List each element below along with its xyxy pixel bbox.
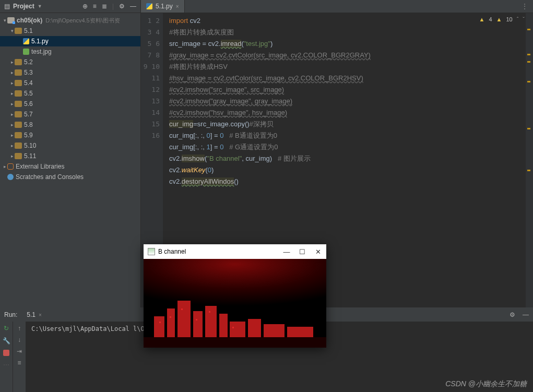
rerun-icon[interactable]: ↻ <box>3 325 10 332</box>
hide-icon[interactable]: — <box>130 3 136 10</box>
tree-scratches[interactable]: Scratches and Consoles <box>0 172 140 182</box>
code-func: waitKey <box>182 166 206 174</box>
tree-folder[interactable]: ▸5.7 <box>0 109 140 120</box>
tree-folder[interactable]: ▸5.8 <box>0 120 140 130</box>
root-path: D:\mjl\Opencv4.5资料\图书资 <box>45 17 120 25</box>
code-func: imread <box>221 40 242 47</box>
marker-bar[interactable] <box>526 13 533 307</box>
hide-icon[interactable]: — <box>523 311 529 318</box>
softwrap-icon[interactable]: ⇥ <box>16 348 23 355</box>
warning-a-icon: ▲ <box>479 16 485 22</box>
tree-root[interactable]: ▾ ch05(ok) D:\mjl\Opencv4.5资料\图书资 <box>0 15 140 26</box>
tree-folder[interactable]: ▸5.6 <box>0 99 140 109</box>
chevron-right-icon[interactable]: ▸ <box>9 133 15 138</box>
folder-icon <box>15 59 22 65</box>
chevron-right-icon[interactable]: ▸ <box>9 143 15 148</box>
window-title: B channel <box>158 248 275 255</box>
expand-icon[interactable]: ≣ <box>102 3 107 10</box>
code-str: "B channel" <box>207 155 242 162</box>
chevron-down-icon[interactable]: ▾ <box>2 18 7 23</box>
chevron-right-icon[interactable]: ▸ <box>9 122 15 127</box>
collapse-icon[interactable]: ≡ <box>93 3 97 10</box>
run-script[interactable]: 5.1 <box>27 311 35 318</box>
chevron-right-icon[interactable]: ▸ <box>9 101 15 106</box>
close-tab-icon[interactable]: × <box>176 4 179 9</box>
svg-rect-2 <box>154 316 164 340</box>
target-icon[interactable]: ⊕ <box>82 3 88 10</box>
chevron-up-icon[interactable]: ˆ <box>517 16 519 22</box>
ext-lib-label: External Libraries <box>16 163 64 170</box>
tree-folder[interactable]: ▸5.10 <box>0 140 140 151</box>
tree-folder[interactable]: ▸5.2 <box>0 57 140 67</box>
folder-label: 5.7 <box>24 111 33 118</box>
inspection-bar[interactable]: ▲4 ▲10 ˆ ˇ <box>479 16 525 22</box>
chevron-right-icon[interactable]: ▸ <box>9 70 15 75</box>
scratches-icon <box>7 174 14 180</box>
tree-folder[interactable]: ▸5.5 <box>0 88 140 99</box>
file-label: test.jpg <box>31 48 52 55</box>
opencv-window-titlebar[interactable]: B channel — ☐ ✕ <box>144 244 326 259</box>
folder-label: 5.6 <box>24 100 33 108</box>
chevron-right-icon[interactable]: ▸ <box>9 91 15 96</box>
code-comment: #cv2.imshow("gray_image", gray_image) <box>169 97 292 105</box>
svg-rect-5 <box>193 311 203 340</box>
tree-folder[interactable]: ▸5.11 <box>0 151 140 161</box>
tree-folder[interactable]: ▸5.9 <box>0 130 140 140</box>
code-func: destoryAllWindos <box>182 177 234 185</box>
tree-folder[interactable]: ▸5.3 <box>0 67 140 78</box>
tab-5-1-py[interactable]: 5.1.py × <box>141 0 185 13</box>
scroll-icon[interactable]: ≡ <box>16 359 23 366</box>
code-comment: #cv2.imshow("hsv_image", hsv_image) <box>169 109 287 116</box>
svg-rect-18 <box>144 337 326 348</box>
chevron-right-icon[interactable]: ▸ <box>9 112 15 117</box>
chevron-right-icon[interactable]: ▸ <box>9 80 15 86</box>
svg-rect-4 <box>177 301 191 340</box>
code-text: ] = <box>210 143 220 151</box>
svg-rect-14 <box>181 308 183 310</box>
chevron-right-icon[interactable]: ▸ <box>9 60 15 65</box>
tree-file-test-jpg[interactable]: test.jpg <box>0 46 140 57</box>
kebab-menu-icon[interactable]: ⋮ <box>516 3 533 10</box>
svg-rect-7 <box>219 314 228 340</box>
chevron-down-icon[interactable]: ▾ <box>9 28 15 33</box>
minimize-icon[interactable]: — <box>282 248 291 256</box>
close-icon[interactable]: ✕ <box>314 248 322 256</box>
code-text: ) <box>211 166 214 174</box>
svg-rect-15 <box>196 319 197 320</box>
chevron-right-icon[interactable]: ▸ <box>2 164 7 169</box>
gear-icon[interactable]: ⚙ <box>510 311 515 318</box>
gear-icon[interactable]: ⚙ <box>119 3 125 10</box>
folder-icon <box>15 101 22 107</box>
code-comment: #深拷贝 <box>250 120 274 128</box>
project-tree: ▾ ch05(ok) D:\mjl\Opencv4.5资料\图书资 ▾ 5.1 … <box>0 13 140 184</box>
svg-rect-9 <box>248 319 261 340</box>
svg-rect-6 <box>205 306 217 340</box>
opencv-window[interactable]: B channel — ☐ ✕ <box>144 244 326 348</box>
code-comment: # 图片展示 <box>278 155 311 162</box>
tree-folder[interactable]: ▸5.4 <box>0 78 140 88</box>
code-text: =src_image.copy() <box>193 120 249 128</box>
code-text: cv2. <box>169 166 182 174</box>
tree-file-5-1-py[interactable]: 5.1.py <box>0 36 140 46</box>
code-str: "test.jpg" <box>244 40 270 47</box>
tree-folder-5-1[interactable]: ▾ 5.1 <box>0 26 140 36</box>
wrench-icon[interactable]: 🔧 <box>3 337 10 345</box>
down-icon[interactable]: ↓ <box>16 336 23 343</box>
tree-external-libraries[interactable]: ▸ External Libraries <box>0 161 140 172</box>
image-file-icon <box>23 49 29 55</box>
dropdown-icon[interactable]: ▼ <box>38 4 42 9</box>
python-file-icon <box>146 3 152 9</box>
code-text: cur_img <box>169 120 193 128</box>
svg-rect-12 <box>159 322 161 323</box>
chevron-down-icon[interactable]: ˇ <box>523 16 525 22</box>
folder-label: 5.9 <box>24 132 33 139</box>
folder-label: 5.10 <box>24 142 36 149</box>
code-comment: #将图片转换成灰度图 <box>169 28 234 36</box>
up-icon[interactable]: ↑ <box>16 325 23 332</box>
folder-icon <box>15 90 22 97</box>
maximize-icon[interactable]: ☐ <box>298 248 306 256</box>
stop-icon[interactable] <box>3 350 9 356</box>
close-run-tab-icon[interactable]: × <box>39 312 42 318</box>
folder-icon <box>15 142 22 149</box>
chevron-right-icon[interactable]: ▸ <box>9 153 15 159</box>
